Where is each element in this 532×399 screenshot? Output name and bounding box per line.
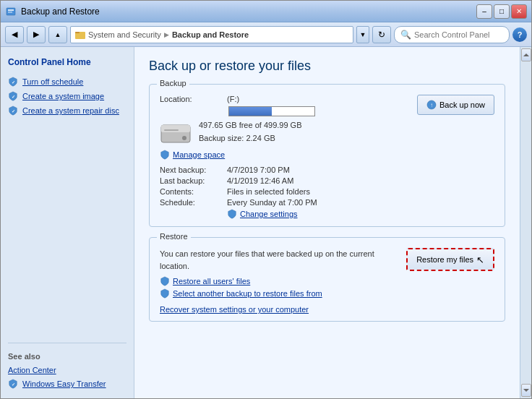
next-backup-value: 4/7/2019 7:00 PM	[227, 166, 290, 174]
back-up-now-button[interactable]: ↑ Back up now	[417, 95, 494, 115]
close-button[interactable]: ✕	[511, 4, 527, 19]
search-icon: 🔍	[400, 30, 411, 40]
change-settings-label: Change settings	[240, 210, 298, 218]
path-dropdown-button[interactable]: ▼	[356, 26, 369, 43]
restore-description: You can restore your files that were bac…	[160, 248, 399, 272]
shield-icon-3: ✓	[8, 106, 18, 116]
address-path[interactable]: System and Security ▶ Backup and Restore	[70, 26, 353, 43]
svg-rect-4	[75, 32, 80, 33]
svg-rect-10	[161, 125, 190, 132]
change-settings-link[interactable]: Change settings	[227, 209, 494, 219]
drive-icon	[160, 119, 192, 145]
schedule-label: Schedule:	[160, 198, 221, 207]
disk-usage-bar	[228, 106, 315, 116]
page-title: Back up or restore your files	[149, 59, 505, 74]
last-backup-value: 4/1/2019 12:46 AM	[227, 176, 293, 185]
manage-space-link[interactable]: Manage space	[160, 150, 407, 160]
restore-section-label: Restore	[157, 232, 191, 241]
back-button[interactable]: ◀	[5, 26, 24, 43]
sidebar-see-also-label: See also	[1, 349, 134, 364]
backup-details: Next backup: 4/7/2019 7:00 PM Last backu…	[160, 166, 494, 219]
back-up-now-label: Back up now	[439, 100, 485, 109]
next-backup-row: Next backup: 4/7/2019 7:00 PM	[160, 166, 494, 174]
svg-point-11	[182, 136, 186, 140]
refresh-button[interactable]: ↻	[372, 26, 391, 43]
restore-button[interactable]: □	[494, 4, 510, 19]
restore-my-files-button[interactable]: Restore my files ↖	[406, 248, 494, 271]
backup-top-row: Location: (F:)	[160, 95, 494, 160]
restore-my-files-area: Restore my files ↖	[406, 248, 494, 271]
title-bar-icon	[5, 6, 17, 17]
disk-usage-fill	[229, 107, 272, 116]
location-label: Location:	[160, 95, 221, 103]
sidebar-item-turn-off-schedule[interactable]: ✓ Turn off schedule	[1, 74, 134, 89]
svg-text:↑: ↑	[430, 102, 433, 108]
sidebar-turn-off-schedule-label: Turn off schedule	[22, 77, 83, 86]
backup-section-content: Location: (F:)	[160, 95, 494, 219]
location-value: (F:)	[227, 95, 239, 103]
sidebar-item-action-center[interactable]: Action Center	[1, 364, 134, 377]
scroll-down-button[interactable]	[521, 384, 531, 397]
backup-icon: ↑	[426, 100, 437, 110]
path-part1: System and Security	[88, 30, 161, 39]
drive-details: 497.65 GB free of 499.99 GB Backup size:…	[199, 119, 301, 145]
title-bar: Backup and Restore – □ ✕	[1, 1, 531, 22]
title-bar-title: Backup and Restore	[21, 7, 100, 17]
cursor-indicator: ↖	[476, 254, 484, 265]
sidebar-home-link[interactable]: Control Panel Home	[1, 54, 134, 70]
contents-label: Contents:	[160, 187, 221, 196]
title-bar-left: Backup and Restore	[5, 6, 100, 17]
restore-all-users-link[interactable]: Restore all users' files	[160, 276, 399, 286]
restore-section: Restore You can restore your files that …	[149, 237, 505, 322]
location-row: Location: (F:)	[160, 95, 407, 103]
minimize-button[interactable]: –	[476, 4, 492, 19]
folder-icon	[75, 30, 85, 40]
path-part2: Backup and Restore	[172, 30, 249, 39]
backup-size-text: Backup size: 2.24 GB	[199, 132, 301, 145]
action-center-label: Action Center	[8, 366, 56, 374]
recover-system-link[interactable]: Recover system settings or your computer	[160, 305, 494, 314]
next-backup-label: Next backup:	[160, 166, 221, 174]
svg-rect-1	[8, 9, 14, 11]
sidebar-create-system-image-label: Create a system image	[22, 92, 104, 100]
sidebar-item-create-system-image[interactable]: ✓ Create a system image	[1, 89, 134, 103]
shield-icon-1: ✓	[8, 77, 18, 87]
manage-space-icon	[160, 150, 170, 160]
last-backup-row: Last backup: 4/1/2019 12:46 AM	[160, 176, 494, 185]
backup-info: Location: (F:)	[160, 95, 407, 160]
backup-section: Backup Location: (F:)	[149, 84, 505, 227]
sidebar-divider	[8, 343, 126, 343]
svg-rect-2	[8, 12, 12, 13]
svg-rect-12	[164, 129, 179, 131]
restore-all-icon	[160, 276, 170, 286]
select-another-backup-link[interactable]: Select another backup to restore files f…	[160, 288, 399, 299]
svg-text:✓: ✓	[12, 80, 15, 85]
change-settings-icon	[227, 209, 237, 219]
search-box: 🔍	[394, 26, 510, 43]
restore-section-content: You can restore your files that were bac…	[160, 248, 494, 314]
search-input[interactable]	[414, 30, 503, 39]
restore-row: You can restore your files that were bac…	[160, 248, 494, 301]
scrollbar-track	[520, 47, 531, 398]
up-button[interactable]: ▲	[48, 26, 67, 43]
schedule-row: Schedule: Every Sunday at 7:00 PM	[160, 198, 494, 207]
help-button[interactable]: ?	[512, 27, 527, 42]
main-window: Backup and Restore – □ ✕ ◀ ▶ ▲ System an…	[0, 0, 532, 399]
forward-button[interactable]: ▶	[27, 26, 46, 43]
select-another-backup-label: Select another backup to restore files f…	[173, 289, 322, 298]
scroll-up-button[interactable]	[521, 48, 531, 61]
sidebar: Control Panel Home ✓ Turn off schedule ✓…	[1, 47, 134, 398]
restore-my-files-label: Restore my files	[416, 255, 473, 264]
shield-icon-4: ✓	[8, 379, 18, 389]
disk-free-text: 497.65 GB free of 499.99 GB	[199, 119, 301, 132]
svg-text:✓: ✓	[12, 108, 15, 113]
sidebar-create-system-repair-disc-label: Create a system repair disc	[22, 106, 119, 115]
contents-value: Files in selected folders	[227, 187, 310, 196]
backup-section-label: Backup	[157, 79, 189, 87]
restore-all-users-label: Restore all users' files	[173, 277, 250, 286]
main-area: Control Panel Home ✓ Turn off schedule ✓…	[1, 47, 531, 398]
sidebar-item-windows-easy-transfer[interactable]: ✓ Windows Easy Transfer	[1, 377, 134, 391]
title-bar-buttons: – □ ✕	[476, 4, 527, 19]
sidebar-item-create-system-repair-disc[interactable]: ✓ Create a system repair disc	[1, 103, 134, 118]
address-bar: ◀ ▶ ▲ System and Security ▶ Backup and R…	[1, 22, 531, 47]
